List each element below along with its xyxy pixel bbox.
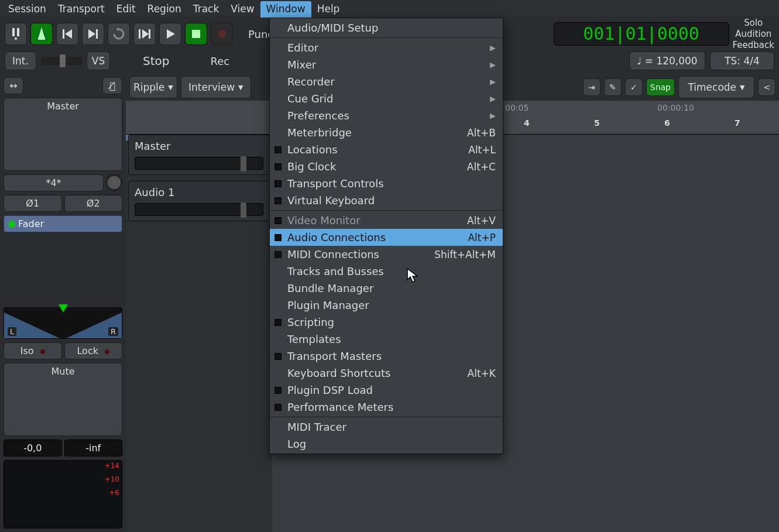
peak-readout[interactable]: -inf: [64, 440, 123, 457]
menu-help[interactable]: Help: [311, 1, 346, 18]
menuitem-bundle-manager[interactable]: Bundle Manager: [270, 280, 503, 297]
ruler-bar: 4: [524, 118, 530, 128]
pan-l-label: L: [8, 327, 16, 336]
pan-handle-icon[interactable]: [59, 304, 68, 313]
timecode-display[interactable]: 001|01|0000: [554, 22, 729, 46]
menuitem-audio-connections[interactable]: Audio ConnectionsAlt+P: [270, 229, 503, 246]
menu-edit[interactable]: Edit: [111, 1, 142, 18]
group-button[interactable]: *4*: [4, 174, 104, 191]
sync-source-button[interactable]: Int.: [5, 52, 36, 70]
menu-track[interactable]: Track: [187, 1, 225, 18]
level-meter: +14 +10 +6: [4, 460, 122, 528]
menu-transport[interactable]: Transport: [52, 1, 111, 18]
svg-rect-1: [17, 28, 19, 36]
menuitem-mixer[interactable]: Mixer▶: [270, 56, 503, 73]
svg-rect-7: [192, 30, 200, 38]
phase1-button[interactable]: Ø1: [4, 195, 62, 212]
menuitem-check-icon: [274, 319, 282, 326]
loop-button[interactable]: [108, 23, 130, 45]
menuitem-accel: Alt+V: [467, 215, 496, 226]
menuitem-performance-meters[interactable]: Performance Meters: [270, 399, 503, 416]
track-header[interactable]: Master: [128, 135, 270, 175]
menuitem-log[interactable]: Log: [270, 435, 503, 452]
menuitem-big-clock[interactable]: Big ClockAlt+C: [270, 158, 503, 175]
track-header[interactable]: Audio 1: [128, 181, 270, 221]
menuitem-transport-controls[interactable]: Transport Controls: [270, 175, 503, 192]
trim-knob[interactable]: [106, 174, 122, 191]
mute-button[interactable]: Mute: [4, 363, 122, 436]
master-label[interactable]: Master: [4, 98, 122, 171]
lock-button[interactable]: Lock: [64, 342, 123, 359]
snap-toggle[interactable]: Snap: [646, 78, 675, 96]
varispeed-button[interactable]: VS: [87, 52, 110, 70]
menuitem-editor[interactable]: Editor▶: [270, 39, 503, 56]
panner[interactable]: L R: [4, 307, 122, 339]
menu-view[interactable]: View: [225, 1, 260, 18]
menuitem-meterbridge[interactable]: MeterbridgeAlt+B: [270, 124, 503, 141]
menu-region[interactable]: Region: [142, 1, 187, 18]
tool-draw-icon[interactable]: ✎: [604, 78, 622, 96]
iso-button[interactable]: Iso: [4, 342, 62, 359]
menuitem-plugin-dsp-load[interactable]: Plugin DSP Load: [270, 382, 503, 399]
menuitem-scripting[interactable]: Scripting: [270, 314, 503, 331]
menuitem-accel: Alt+C: [467, 161, 496, 173]
menuitem-templates[interactable]: Templates: [270, 331, 503, 348]
menuitem-label: Audio Connections: [287, 231, 462, 243]
trim-readout[interactable]: -0,0: [4, 440, 62, 457]
menuitem-keyboard-shortcuts[interactable]: Keyboard ShortcutsAlt+K: [270, 365, 503, 382]
snapshot-select[interactable]: Interview▼: [181, 76, 251, 98]
record-button[interactable]: [211, 23, 233, 45]
goto-end-button[interactable]: [82, 23, 104, 45]
mixer-strip-sidebar: ↔ 👁̸ Master *4* Ø1 Ø2 Fader L R Iso Lock: [0, 74, 126, 532]
menuitem-tracks-and-busses[interactable]: Tracks and Busses: [270, 263, 503, 280]
hide-icon[interactable]: 👁̸: [102, 77, 122, 94]
submenu-arrow-icon: ▶: [490, 77, 496, 86]
menuitem-transport-masters[interactable]: Transport Masters: [270, 348, 503, 365]
menuitem-accel: Alt+P: [468, 232, 496, 243]
submenu-arrow-icon: ▶: [490, 60, 496, 69]
menuitem-plugin-manager[interactable]: Plugin Manager: [270, 297, 503, 314]
shuttle-slider[interactable]: [41, 57, 82, 65]
menuitem-label: Big Clock: [287, 160, 461, 173]
feedback-indicator[interactable]: Feedback: [733, 40, 774, 50]
meter-scale-val: +6: [105, 489, 119, 497]
tempo-button[interactable]: ♩ = 120,000: [629, 52, 705, 70]
width-icon[interactable]: ↔: [4, 77, 23, 94]
menuitem-preferences[interactable]: Preferences▶: [270, 107, 503, 124]
tool-edit-icon[interactable]: ✓: [625, 78, 643, 96]
metronome-button[interactable]: [30, 23, 53, 45]
track-fader[interactable]: [135, 157, 263, 170]
menuitem-audio-midi-setup[interactable]: Audio/MIDI Setup: [270, 19, 503, 36]
track-fader[interactable]: [135, 203, 263, 216]
nudge-back-icon[interactable]: <: [758, 78, 775, 96]
menuitem-video-monitor: Video MonitorAlt+V: [270, 212, 503, 229]
phase2-button[interactable]: Ø2: [64, 195, 123, 212]
menuitem-midi-tracer[interactable]: MIDI Tracer: [270, 418, 503, 435]
menuitem-check-icon: [274, 180, 282, 187]
menuitem-locations[interactable]: LocationsAlt+L: [270, 141, 503, 158]
tool-trim-icon[interactable]: ⇥: [583, 78, 600, 96]
fader-processor[interactable]: Fader: [4, 215, 122, 232]
menuitem-cue-grid[interactable]: Cue Grid▶: [270, 90, 503, 107]
play-range-button[interactable]: [133, 23, 156, 45]
alert-indicators: Solo Audition Feedback: [733, 18, 774, 50]
menuitem-label: Scripting: [287, 316, 496, 328]
fader-label: Fader: [18, 218, 44, 229]
goto-start-button[interactable]: [56, 23, 78, 45]
menu-window[interactable]: Window: [260, 1, 311, 18]
grid-mode-select[interactable]: Timecode▼: [678, 76, 754, 98]
panic-button[interactable]: [5, 23, 27, 45]
ripple-mode-select[interactable]: Ripple▼: [129, 76, 177, 98]
menuitem-recorder[interactable]: Recorder▶: [270, 73, 503, 90]
menuitem-label: Editor: [287, 42, 484, 54]
solo-indicator[interactable]: Solo: [733, 18, 774, 28]
menuitem-check-icon: [274, 146, 282, 153]
menu-session[interactable]: Session: [2, 1, 52, 18]
audition-indicator[interactable]: Audition: [733, 29, 774, 39]
timesig-button[interactable]: TS: 4/4: [710, 52, 774, 70]
menuitem-midi-connections[interactable]: MIDI ConnectionsShift+Alt+M: [270, 246, 503, 263]
play-button[interactable]: [159, 23, 181, 45]
menuitem-virtual-keyboard[interactable]: Virtual Keyboard: [270, 192, 503, 209]
stop-button[interactable]: [185, 23, 207, 45]
menuitem-label: Performance Meters: [287, 401, 496, 413]
